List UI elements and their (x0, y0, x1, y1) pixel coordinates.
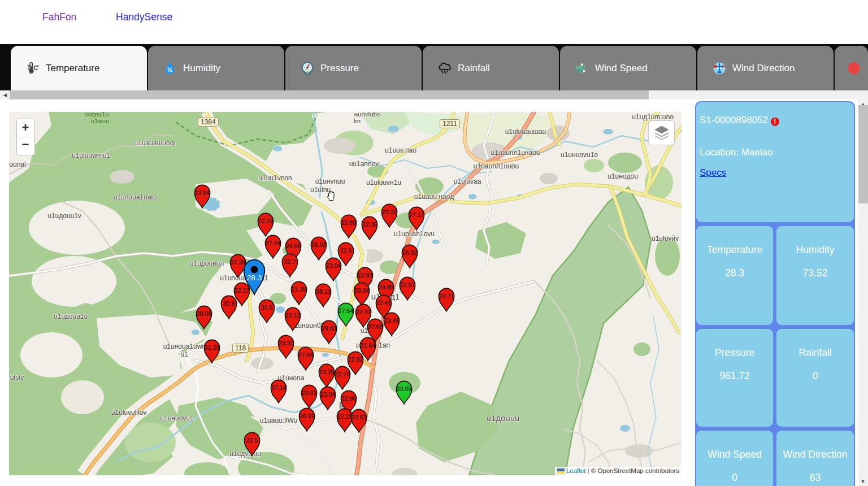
svg-text:22.71: 22.71 (439, 293, 454, 300)
svg-text:22.97: 22.97 (400, 281, 415, 288)
svg-text:31.5: 31.5 (261, 304, 273, 311)
svg-text:20.9: 20.9 (223, 300, 235, 307)
svg-text:37.66: 37.66 (368, 323, 383, 330)
svg-text:26.91: 26.91 (300, 413, 314, 419)
svg-text:22.93: 22.93 (358, 272, 372, 279)
svg-text:26.92: 26.92 (311, 241, 326, 248)
svg-text:22.41: 22.41 (376, 300, 391, 306)
svg-text:24.96: 24.96 (286, 242, 301, 249)
svg-text:23.05: 23.05 (397, 385, 411, 392)
svg-text:22.92: 22.92 (348, 356, 363, 363)
svg-text:22.73: 22.73 (335, 371, 350, 377)
svg-text:22.32: 22.32 (382, 209, 397, 215)
svg-text:37.39: 37.39 (231, 259, 245, 266)
svg-text:22.32: 22.32 (356, 309, 371, 315)
svg-text:29.85: 29.85 (379, 284, 393, 290)
svg-text:23.31: 23.31 (279, 340, 293, 346)
svg-text:28.08: 28.08 (197, 310, 211, 317)
svg-text:23.04: 23.04 (320, 391, 335, 398)
svg-text:22.17: 22.17 (235, 287, 249, 294)
svg-text:23.04: 23.04 (354, 287, 369, 294)
svg-text:26.92: 26.92 (402, 249, 417, 256)
svg-text:27.44: 27.44 (266, 240, 280, 246)
svg-text:22.36: 22.36 (362, 221, 377, 228)
svg-text:22.88: 22.88 (341, 219, 356, 226)
svg-text:22.01: 22.01 (302, 389, 316, 396)
svg-text:23.04: 23.04 (326, 262, 341, 269)
svg-text:28.3: 28.3 (247, 274, 262, 282)
svg-text:27.14: 27.14 (271, 384, 286, 391)
svg-text:C: C (33, 64, 38, 71)
svg-text:22.61: 22.61 (351, 414, 366, 420)
svg-text:31.28: 31.28 (205, 344, 219, 351)
svg-text:38.11: 38.11 (316, 288, 331, 295)
svg-text:27.17: 27.17 (409, 211, 424, 218)
svg-text:22.6: 22.6 (340, 247, 352, 254)
svg-text:22.84: 22.84 (195, 189, 210, 196)
svg-text:21.64: 21.64 (361, 342, 375, 349)
svg-text:22.7: 22.7 (284, 258, 296, 265)
svg-text:21.35: 21.35 (292, 286, 306, 293)
svg-text:22.29: 22.29 (337, 413, 352, 420)
svg-text:22.5: 22.5 (246, 437, 258, 444)
svg-text:27.54: 27.54 (338, 307, 353, 314)
svg-text:23.25: 23.25 (319, 368, 334, 375)
svg-text:22.29: 22.29 (258, 218, 273, 224)
svg-text:22.13: 22.13 (285, 312, 300, 319)
svg-text:22.96: 22.96 (341, 395, 356, 402)
svg-text:23.49: 23.49 (384, 317, 399, 324)
svg-text:27.04: 27.04 (298, 352, 313, 358)
svg-text:29.03: 29.03 (322, 325, 336, 332)
